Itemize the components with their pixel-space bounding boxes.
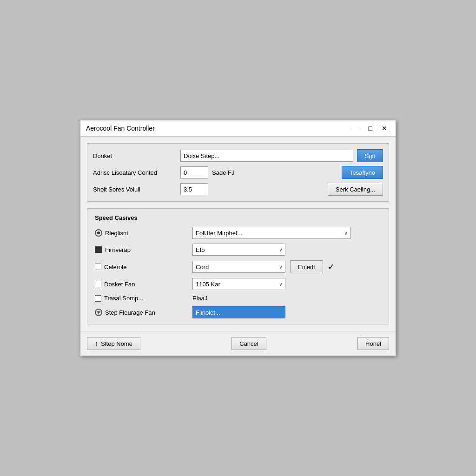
rleglisnt-label-area: Rleglisnt	[95, 229, 188, 237]
firnverap-select-container: Eto	[192, 244, 285, 256]
speed-row-trasal-somp: Trasal Somp... PiaaJ	[95, 295, 381, 302]
speed-section-title: Speed Casives	[95, 214, 381, 221]
speed-row-step-fleurage-fan: Step Fleurage Fan	[95, 306, 381, 318]
serk-button[interactable]: Serk Caeling...	[328, 183, 383, 196]
adrisc-row: Adrisc Liseatary Cented Sade FJ Tesaflyn…	[93, 166, 383, 179]
sholt-row: Sholt Sores Voluii Serk Caeling...	[93, 183, 383, 196]
step-fleurage-fan-radio-icon	[95, 309, 102, 316]
dosket-fan-checkbox[interactable]	[95, 281, 101, 287]
speed-row-dosket-fan: Dosket Fan 1105 Kar	[95, 278, 381, 290]
celerole-label-area: Celerole	[95, 264, 188, 271]
speed-row-celerole: Celerole Cord Enlerlt ✓	[95, 260, 381, 273]
rleglisnt-label: Rleglisnt	[105, 230, 128, 237]
sgit-button[interactable]: Sgit	[357, 149, 383, 162]
dosket-fan-select-container: 1105 Kar	[192, 278, 285, 290]
celerole-checkbox[interactable]	[95, 264, 101, 270]
trasal-somp-label-area: Trasal Somp...	[95, 295, 188, 302]
dosket-fan-label-area: Dosket Fan	[95, 281, 188, 288]
speed-row-rleglisnt: Rleglisnt FolUter Mirphef...	[95, 227, 381, 239]
celerole-select-container: Cord	[192, 261, 285, 273]
celerole-label: Celerole	[104, 264, 126, 271]
firnverap-label: Firnverap	[105, 246, 131, 253]
speed-row-firnverap: Firnverap Eto	[95, 244, 381, 256]
sade-label: Sade FJ	[212, 169, 234, 176]
cancel-button[interactable]: Cancel	[231, 337, 266, 350]
rleglisnt-radio-icon	[95, 229, 102, 237]
speed-section: Speed Casives Rleglisnt FolUter Mirphef.…	[87, 208, 389, 324]
main-window: Aerocool Fan Controller — □ ✕ Donket Sgi…	[80, 120, 396, 356]
maximize-button[interactable]: □	[366, 124, 375, 132]
sholt-input[interactable]	[180, 183, 208, 195]
firnverap-square-icon	[95, 246, 102, 253]
celerole-select[interactable]: Cord	[192, 261, 285, 273]
checkmark-icon: ✓	[328, 262, 335, 272]
donket-label: Donket	[93, 152, 177, 159]
title-bar: Aerocool Fan Controller — □ ✕	[80, 120, 396, 137]
adrisc-label: Adrisc Liseatary Cented	[93, 169, 177, 176]
rleglisnt-select-container: FolUter Mirphef...	[192, 227, 350, 239]
dosket-fan-select[interactable]: 1105 Kar	[192, 278, 285, 290]
up-arrow-icon: ↑	[95, 340, 98, 347]
window-title: Aerocool Fan Controller	[86, 125, 155, 132]
close-button[interactable]: ✕	[379, 124, 390, 132]
sltep-nome-label: Sltep Nome	[101, 340, 132, 347]
sltep-nome-button[interactable]: ↑ Sltep Nome	[87, 337, 140, 350]
firnverap-label-area: Firnverap	[95, 246, 188, 253]
minimize-button[interactable]: —	[350, 124, 362, 132]
step-fleurage-fan-label: Step Fleurage Fan	[105, 309, 155, 316]
dosket-fan-label: Dosket Fan	[104, 281, 135, 288]
step-fleurage-fan-input[interactable]	[192, 306, 285, 318]
rleglisnt-select[interactable]: FolUter Mirphef...	[192, 227, 350, 239]
sholt-label: Sholt Sores Voluii	[93, 186, 177, 193]
trasal-somp-value: PiaaJ	[192, 295, 208, 302]
adrisc-input[interactable]	[180, 166, 208, 178]
trasal-somp-label: Trasal Somp...	[104, 295, 143, 302]
trasal-somp-checkbox[interactable]	[95, 295, 101, 302]
honel-button[interactable]: Honel	[357, 337, 389, 350]
top-panel: Donket Sgit Adrisc Liseatary Cented Sade…	[87, 143, 389, 202]
donket-row: Donket Sgit	[93, 149, 383, 162]
step-fleurage-fan-label-area: Step Fleurage Fan	[95, 309, 188, 316]
enlerlt-button[interactable]: Enlerlt	[290, 260, 323, 273]
bottom-bar: ↑ Sltep Nome Cancel Honel	[80, 331, 396, 356]
firnverap-select[interactable]: Eto	[192, 244, 285, 256]
tesaflyno-button[interactable]: Tesaflyno	[342, 166, 383, 179]
window-content: Donket Sgit Adrisc Liseatary Cented Sade…	[80, 137, 396, 331]
window-controls: — □ ✕	[350, 124, 390, 132]
donket-input[interactable]	[180, 150, 353, 162]
